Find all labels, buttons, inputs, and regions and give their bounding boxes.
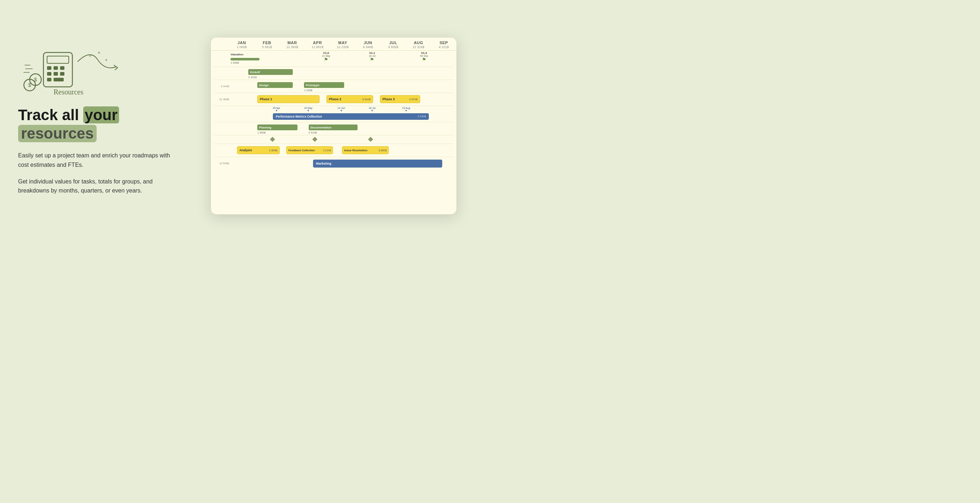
svg-rect-5 [47,72,51,76]
gantt-body: Valuation 1 000$ V1.0 21 May ⚑ V1.1 18 J… [211,51,457,170]
marketing-bar: Marketing [313,159,442,167]
title-highlight: your [83,107,119,123]
svg-rect-8 [47,78,51,81]
phase3-bar: Phase 3 4 670$ [380,95,420,103]
month-mar: MAR 12 393$ [280,41,305,49]
description1: Easily set up a project team and enrich … [18,151,170,169]
month-may: MAY 11 232$ [330,41,355,49]
title-block: Track all your resources [18,107,170,142]
month-header: JAN 1 000$ FEB 5 561$ MAR 12 393$ APR 11… [211,38,457,51]
svg-rect-2 [47,66,51,70]
svg-text:$: $ [28,82,31,88]
month-feb: FEB 5 561$ [255,41,280,49]
svg-rect-3 [54,66,58,70]
phase2-bar: Phase 2 9 842$ [326,95,373,103]
left-section: $ $ ÷ × + Resources Track all your resou… [0,34,188,217]
description2: Get individual values for tasks, totals … [18,177,170,196]
right-section: JAN 1 000$ FEB 5 561$ MAR 12 393$ APR 11… [188,30,490,222]
performance-metrics-bar: Performance Metrics Collection 2 633$ [273,113,429,120]
svg-text:+: + [105,57,108,63]
svg-text:÷: ÷ [89,53,92,59]
month-aug: AUG 12 316$ [406,41,431,49]
doodle-illustration: $ $ ÷ × + [22,41,130,107]
svg-text:×: × [98,50,100,56]
month-apr: APR 11 801$ [305,41,330,49]
analysis-bar: Analysis 2 800$ [237,146,279,154]
phase1-bar: Phase 1 [257,95,320,103]
svg-rect-1 [47,56,69,63]
svg-rect-9 [54,78,64,81]
resources-doodle-label: Resources [54,88,83,96]
svg-rect-6 [54,72,58,76]
title-line2: resources [18,125,97,142]
month-sep: SEP 4 221$ [431,41,457,49]
feedback-collection-bar: Feedback Collection 2 214$ [286,146,333,154]
gantt-panel: JAN 1 000$ FEB 5 561$ MAR 12 393$ APR 11… [211,37,457,215]
title-line1: Track all your [18,107,170,123]
month-jul: JUL 9 835$ [381,41,406,49]
month-jun: JUN 6 946$ [355,41,381,49]
svg-rect-4 [60,66,64,70]
issue-resolution-bar: Issue Resolution 3 800$ [342,146,389,154]
svg-rect-7 [60,72,64,76]
month-jan: JAN 1 000$ [229,41,255,49]
